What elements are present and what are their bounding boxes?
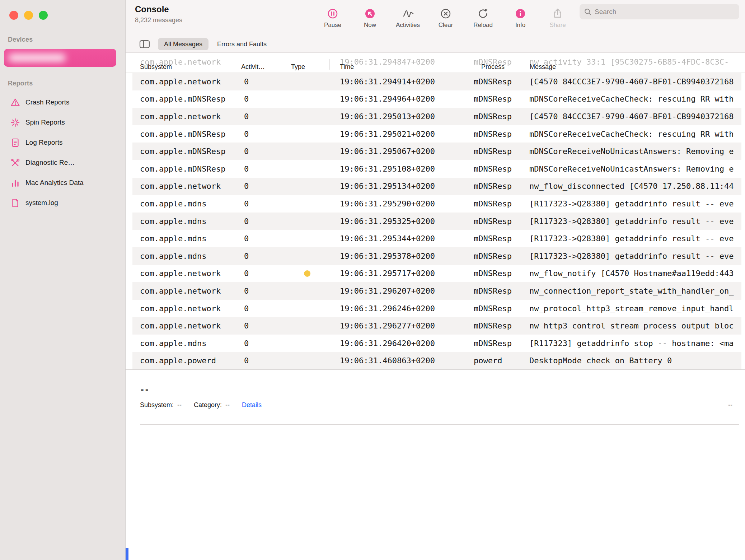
type-cell bbox=[285, 270, 329, 277]
time-cell: 19:06:31.295067+0200 bbox=[329, 147, 465, 156]
column-separator[interactable] bbox=[235, 59, 235, 70]
share-button[interactable]: Share bbox=[546, 8, 569, 29]
table-row[interactable]: com.apple.mDNSResp019:06:31.294964+0200m… bbox=[132, 90, 741, 108]
column-header-subsystem[interactable]: Subsystem bbox=[132, 63, 235, 71]
message-cell: mDNSCoreReceiveNoUnicastAnswers: Removin… bbox=[522, 147, 741, 156]
column-header-activity[interactable]: Activit… bbox=[235, 63, 285, 71]
activity-cell: 0 bbox=[235, 217, 285, 226]
message-cell: [R117323->Q28380] getaddrinfo result -- … bbox=[522, 234, 741, 243]
now-button[interactable]: Now bbox=[359, 8, 381, 29]
sidebar-item-log-reports[interactable]: Log Reports bbox=[0, 132, 125, 153]
activity-cell: 0 bbox=[235, 182, 285, 191]
table-row[interactable]: com.apple.mDNSResp019:06:31.295021+0200m… bbox=[132, 125, 741, 143]
close-button[interactable] bbox=[9, 11, 18, 20]
table-row[interactable]: com.apple.network019:06:31.295134+0200mD… bbox=[132, 178, 741, 195]
sidebar-toggle-icon[interactable] bbox=[139, 39, 150, 49]
subsystem-cell: com.apple.mdns bbox=[132, 217, 235, 226]
subsystem-cell: com.apple.mDNSResp bbox=[132, 164, 235, 173]
table-row[interactable]: com.apple.network019:06:31.296207+0200mD… bbox=[132, 282, 741, 300]
time-cell: 19:06:31.295344+0200 bbox=[329, 234, 465, 243]
table-row[interactable]: com.apple.mdns019:06:31.295325+0200mDNSR… bbox=[132, 213, 741, 230]
devices-section-label: Devices bbox=[8, 36, 33, 43]
search-input[interactable] bbox=[595, 8, 735, 16]
detail-meta-row: Subsystem: -- Category: -- Details bbox=[140, 401, 262, 409]
column-header-message[interactable]: Message bbox=[522, 63, 741, 71]
sidebar-item-device-selected[interactable] bbox=[4, 49, 116, 67]
time-cell: 19:06:31.295134+0200 bbox=[329, 182, 465, 191]
column-header-type[interactable]: Type bbox=[285, 63, 329, 71]
search-field[interactable] bbox=[580, 4, 739, 19]
process-cell: mDNSResp bbox=[465, 164, 522, 173]
column-separator[interactable] bbox=[285, 59, 285, 70]
column-separator[interactable] bbox=[329, 59, 330, 70]
time-cell: 19:06:31.296207+0200 bbox=[329, 286, 465, 295]
column-separator[interactable] bbox=[522, 59, 522, 70]
window-controls bbox=[9, 11, 48, 20]
table-row[interactable]: com.apple.mdns019:06:31.295290+0200mDNSR… bbox=[132, 195, 741, 213]
subsystem-cell: com.apple.mDNSResp bbox=[132, 94, 235, 103]
message-cell: mDNSCoreReceiveCacheCheck: rescuing RR w… bbox=[522, 94, 741, 103]
subsystem-cell: com.apple.network bbox=[132, 182, 235, 191]
info-button[interactable]: Info bbox=[509, 8, 532, 29]
detail-pane: -- Subsystem: -- Category: -- Details -- bbox=[126, 369, 745, 560]
table-row[interactable]: com.apple.network019:06:31.296246+0200mD… bbox=[132, 300, 741, 317]
column-header-process[interactable]: Process bbox=[465, 63, 522, 71]
activity-cell: 0 bbox=[235, 94, 285, 103]
process-cell: mDNSResp bbox=[465, 269, 522, 278]
column-separator[interactable] bbox=[465, 59, 465, 70]
minimize-button[interactable] bbox=[24, 11, 33, 20]
tab-errors-and-faults[interactable]: Errors and Faults bbox=[217, 38, 267, 50]
sidebar-item-mac-analytics-data[interactable]: Mac Analytics Data bbox=[0, 173, 125, 193]
table-row[interactable]: com.apple.network019:06:31.295013+0200mD… bbox=[132, 108, 741, 125]
sidebar-item-crash-reports[interactable]: Crash Reports bbox=[0, 92, 125, 112]
activity-cell: 0 bbox=[235, 77, 285, 86]
subsystem-cell: com.apple.mdns bbox=[132, 252, 235, 261]
subsystem-cell: com.apple.mdns bbox=[132, 234, 235, 243]
message-cell: [C4570 84CCC3E7-9790-4607-BF01-CB9940372… bbox=[522, 112, 741, 121]
table-row[interactable]: com.apple.mdns019:06:31.296420+0200mDNSR… bbox=[132, 335, 741, 352]
info-circle-icon bbox=[514, 8, 526, 20]
reload-button[interactable]: Reload bbox=[472, 8, 495, 29]
tab-all-messages[interactable]: All Messages bbox=[158, 38, 208, 50]
sidebar-item-label: Crash Reports bbox=[25, 98, 70, 106]
clear-button[interactable]: Clear bbox=[434, 8, 457, 29]
process-cell: mDNSResp bbox=[465, 112, 522, 121]
toolbar-button-label: Share bbox=[549, 22, 566, 29]
message-cell: nw_flow_notify [C4570 Hostname#aa119edd:… bbox=[522, 269, 741, 278]
table-row[interactable]: com.apple.powerd019:06:31.460863+0200pow… bbox=[132, 352, 741, 370]
details-link[interactable]: Details bbox=[242, 401, 262, 409]
process-cell: mDNSResp bbox=[465, 217, 522, 226]
activity-cell: 0 bbox=[235, 356, 285, 365]
process-cell: powerd bbox=[465, 356, 522, 365]
detail-category-label: Category: bbox=[194, 401, 222, 409]
activity-cell: 0 bbox=[235, 130, 285, 139]
subsystem-cell: com.apple.mDNSResp bbox=[132, 130, 235, 139]
sidebar-item-spin-reports[interactable]: Spin Reports bbox=[0, 112, 125, 132]
table-row[interactable]: com.apple.network019:06:31.294914+0200mD… bbox=[132, 73, 741, 90]
activities-button[interactable]: Activities bbox=[396, 8, 420, 29]
process-cell: mDNSResp bbox=[465, 94, 522, 103]
pause-button[interactable]: Pause bbox=[321, 8, 344, 29]
message-cell: mDNSCoreReceiveNoUnicastAnswers: Removin… bbox=[522, 164, 741, 173]
sidebar-item-system-log[interactable]: system.log bbox=[0, 193, 125, 213]
toolbar-buttons: Pause Now Activities Clear bbox=[321, 0, 569, 36]
time-cell: 19:06:31.295325+0200 bbox=[329, 217, 465, 226]
table-row[interactable]: com.apple.mDNSResp019:06:31.295067+0200m… bbox=[132, 143, 741, 160]
sidebar-item-diagnostic-reports[interactable]: Diagnostic Re… bbox=[0, 153, 125, 173]
time-cell: 19:06:31.295108+0200 bbox=[329, 164, 465, 173]
table-row[interactable]: com.apple.network019:06:31.295717+0200mD… bbox=[132, 265, 741, 283]
toolbar-button-label: Now bbox=[364, 22, 376, 29]
table-row[interactable]: com.apple.mdns019:06:31.295344+0200mDNSR… bbox=[132, 230, 741, 247]
time-cell: 19:06:31.296246+0200 bbox=[329, 304, 465, 313]
process-cell: mDNSResp bbox=[465, 304, 522, 313]
spinner-icon bbox=[10, 118, 20, 127]
detail-right-value: -- bbox=[728, 401, 732, 409]
column-header-time[interactable]: Time bbox=[329, 63, 465, 71]
table-row[interactable]: com.apple.mDNSResp019:06:31.295108+0200m… bbox=[132, 160, 741, 178]
process-cell: mDNSResp bbox=[465, 130, 522, 139]
zoom-button[interactable] bbox=[39, 11, 48, 20]
detail-divider bbox=[140, 424, 739, 425]
table-row[interactable]: com.apple.network019:06:31.296277+0200mD… bbox=[132, 317, 741, 335]
table-row[interactable]: com.apple.mdns019:06:31.295378+0200mDNSR… bbox=[132, 247, 741, 265]
process-cell: mDNSResp bbox=[465, 182, 522, 191]
